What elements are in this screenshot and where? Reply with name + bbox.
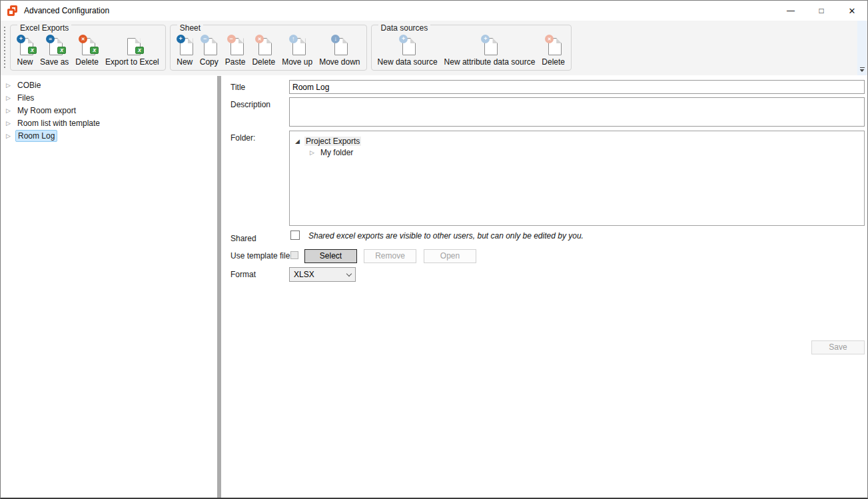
tree-item-cobie[interactable]: ▷ COBie (1, 79, 217, 91)
toolbar-button-new-attribute-data-source[interactable]: New attribute data source (441, 34, 539, 67)
app-icon (7, 5, 18, 16)
toolbar-button-new-excel-export[interactable]: New (13, 34, 37, 67)
app-window: Advanced Configuration — □ ✕ Excel Expor… (0, 0, 868, 499)
folder-child-label: My folder (319, 148, 354, 157)
tree-item-label: COBie (15, 80, 43, 91)
new-sheet-icon (180, 38, 193, 55)
description-label: Description (230, 100, 270, 109)
tree-expander-icon[interactable]: ▷ (6, 107, 13, 114)
paste-sheet-icon (230, 38, 244, 55)
toolbar-button-label: Delete (75, 57, 99, 67)
select-button[interactable]: Select (304, 249, 357, 263)
tree-expander-expanded-icon[interactable]: ◢ (295, 138, 302, 145)
toolbar-button-label: New (177, 57, 193, 67)
template-checkbox[interactable] (290, 251, 298, 259)
tree-item-label: My Room export (15, 105, 78, 116)
toolbar-button-new-data-source[interactable]: New data source (374, 34, 441, 67)
delete-sheet-icon (258, 38, 272, 55)
toolbar-button-delete-sheet[interactable]: Delete (248, 34, 278, 67)
copy-sheet-icon (204, 38, 217, 55)
tree-expander-icon[interactable]: ▷ (6, 133, 13, 139)
content-area: ▷ COBie ▷ Files ▷ My Room export ▷ Room … (1, 75, 867, 498)
toolbar-button-export-to-excel[interactable]: Export to Excel (102, 34, 163, 67)
folder-label: Folder: (230, 133, 255, 143)
format-select[interactable]: XLSX (289, 267, 356, 282)
tree-item-label: Room Log (15, 130, 57, 142)
chevron-down-icon (346, 270, 352, 276)
toolbar-overflow-button[interactable] (857, 21, 867, 75)
toolbar-button-move-down[interactable]: Move down (316, 34, 363, 67)
toolbar-button-label: New data source (378, 57, 438, 67)
move-up-icon (292, 38, 306, 55)
folder-tree: ◢ Project Exports ▷ My folder (289, 131, 865, 226)
toolbar-button-label: Copy (200, 57, 218, 67)
folder-child-item[interactable]: ▷ My folder (290, 147, 864, 158)
description-textarea[interactable] (289, 97, 865, 127)
export-tree: ▷ COBie ▷ Files ▷ My Room export ▷ Room … (1, 75, 217, 498)
toolbar-button-new-sheet[interactable]: New (173, 34, 197, 67)
toolbar-group-excel-exports: Excel Exports New Save as Delete Export … (10, 25, 166, 71)
toolbar: Excel Exports New Save as Delete Export … (1, 21, 867, 75)
format-value: XLSX (294, 270, 347, 279)
new-excel-export-icon (20, 38, 33, 55)
toolbar-button-label: Paste (225, 57, 246, 67)
export-detail-form: Title Description Folder: ◢ Project Expo… (221, 75, 867, 498)
toolbar-button-label: Delete (252, 57, 275, 67)
maximize-button[interactable]: □ (806, 1, 837, 21)
titlebar: Advanced Configuration — □ ✕ (1, 1, 867, 21)
tree-item-label: Room list with template (15, 118, 102, 129)
tree-expander-icon[interactable]: ▷ (6, 95, 13, 101)
toolbar-button-label: Save as (40, 57, 69, 67)
window-title: Advanced Configuration (24, 6, 109, 15)
folder-root-item[interactable]: ◢ Project Exports (290, 135, 864, 147)
save-button[interactable]: Save (811, 340, 865, 354)
shared-label: Shared (230, 234, 256, 243)
shared-checkbox[interactable] (290, 231, 300, 240)
format-label: Format (230, 270, 256, 279)
minimize-button[interactable]: — (775, 1, 806, 21)
group-label: Data sources (378, 24, 431, 32)
toolbar-button-paste-sheet[interactable]: Paste (222, 34, 249, 67)
toolbar-button-delete-data-source[interactable]: Delete (538, 34, 568, 67)
title-label: Title (230, 83, 245, 92)
new-attribute-data-source-icon (484, 38, 498, 55)
close-button[interactable]: ✕ (837, 1, 867, 21)
title-input[interactable] (289, 80, 865, 94)
save-as-icon (49, 38, 63, 55)
tree-item-label: Files (15, 93, 36, 103)
toolbar-button-label: Export to Excel (105, 57, 159, 67)
tree-item-room-log[interactable]: ▷ Room Log (1, 129, 217, 142)
move-down-icon (334, 38, 348, 55)
tree-item-room-list-with-template[interactable]: ▷ Room list with template (1, 117, 217, 129)
toolbar-button-label: Move up (282, 57, 312, 67)
toolbar-button-delete-excel-export[interactable]: Delete (72, 34, 102, 67)
open-button[interactable]: Open (424, 249, 476, 263)
tree-expander-icon[interactable]: ▷ (6, 82, 13, 89)
delete-excel-export-icon (82, 38, 95, 55)
tree-item-files[interactable]: ▷ Files (1, 91, 217, 104)
toolbar-button-move-up[interactable]: Move up (278, 34, 316, 67)
tree-expander-icon[interactable]: ▷ (310, 149, 316, 156)
toolbar-button-label: New (17, 57, 33, 67)
tree-expander-icon[interactable]: ▷ (6, 120, 13, 127)
toolbar-grip-handle[interactable] (4, 27, 5, 69)
tree-item-my-room-export[interactable]: ▷ My Room export (1, 104, 217, 117)
window-controls: — □ ✕ (775, 1, 867, 21)
new-data-source-icon (402, 38, 416, 55)
toolbar-group-sheet: Sheet New Copy Paste Delete (170, 25, 367, 71)
delete-data-source-icon (548, 38, 562, 55)
shared-note: Shared excel exports are visible to othe… (308, 231, 584, 241)
overflow-icon (860, 67, 865, 68)
toolbar-button-save-as[interactable]: Save as (37, 34, 72, 67)
export-to-excel-icon (127, 38, 141, 55)
toolbar-button-label: Delete (542, 57, 565, 67)
toolbar-group-data-sources: Data sources New data source New attribu… (371, 25, 572, 71)
toolbar-button-label: Move down (319, 57, 360, 67)
group-label: Excel Exports (17, 24, 71, 32)
folder-root-label: Project Exports (304, 137, 361, 146)
group-label: Sheet (177, 24, 203, 32)
template-label: Use template file (230, 251, 290, 260)
toolbar-button-copy-sheet[interactable]: Copy (197, 34, 222, 67)
remove-button[interactable]: Remove (364, 249, 416, 263)
toolbar-button-label: New attribute data source (444, 57, 536, 67)
